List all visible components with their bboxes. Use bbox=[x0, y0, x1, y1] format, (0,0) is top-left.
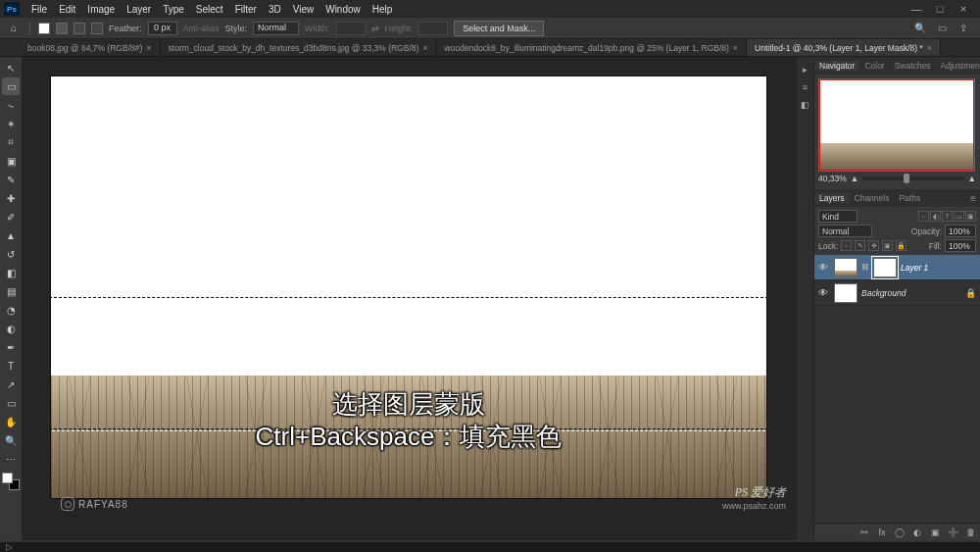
play-button[interactable]: ▷ bbox=[6, 542, 13, 552]
marquee-tool[interactable]: ▭ bbox=[2, 77, 20, 95]
panel-menu-icon[interactable]: ≡ bbox=[966, 193, 980, 204]
menu-filter[interactable]: Filter bbox=[229, 4, 263, 15]
mask-thumbnail[interactable] bbox=[873, 258, 897, 277]
workspace-icon[interactable]: ▭ bbox=[935, 22, 949, 35]
home-icon[interactable]: ⌂ bbox=[6, 22, 22, 35]
eyedropper-tool[interactable]: ✎ bbox=[2, 171, 20, 188]
marquee-mode-subtract[interactable] bbox=[74, 23, 85, 34]
delete-layer-icon[interactable]: 🗑 bbox=[964, 527, 976, 538]
marquee-mode-add[interactable] bbox=[56, 23, 68, 34]
menu-file[interactable]: File bbox=[25, 4, 53, 15]
navigator-thumbnail[interactable] bbox=[818, 78, 975, 172]
adjustment-layer-icon[interactable]: ◐ bbox=[911, 527, 923, 538]
close-icon[interactable]: × bbox=[927, 43, 932, 53]
layer-row[interactable]: 👁⛓Layer 1 bbox=[814, 255, 980, 280]
close-icon[interactable]: × bbox=[422, 43, 427, 53]
panel-tab-paths[interactable]: Paths bbox=[894, 193, 925, 203]
add-mask-icon[interactable]: ◯ bbox=[894, 527, 906, 538]
color-swatches[interactable] bbox=[2, 473, 20, 490]
window-close[interactable]: × bbox=[956, 2, 970, 16]
window-minimize[interactable]: — bbox=[909, 2, 923, 16]
layer-thumbnail[interactable] bbox=[834, 258, 858, 277]
expand-icon[interactable]: ▸ bbox=[799, 63, 812, 76]
layer-kind-dropdown[interactable]: Kind bbox=[818, 210, 858, 223]
style-dropdown[interactable]: Normal bbox=[253, 22, 299, 35]
lock-all-icon[interactable]: 🔒 bbox=[896, 240, 906, 251]
lock-transparent-icon[interactable]: ▫ bbox=[841, 240, 852, 251]
pen-tool[interactable]: ✒ bbox=[2, 338, 20, 356]
visibility-icon[interactable]: 👁 bbox=[818, 287, 830, 298]
filter-smart-icon[interactable]: ▣ bbox=[965, 211, 976, 222]
foreground-color[interactable] bbox=[2, 473, 13, 483]
document-canvas[interactable] bbox=[51, 76, 766, 498]
layer-style-icon[interactable]: fx bbox=[876, 527, 888, 538]
search-icon[interactable]: 🔍 bbox=[913, 22, 927, 35]
document-tab[interactable]: Untitled-1 @ 40,3% (Layer 1, Layer Mask/… bbox=[747, 39, 941, 56]
visibility-icon[interactable]: 👁 bbox=[818, 262, 830, 273]
share-icon[interactable]: ⇪ bbox=[956, 22, 970, 35]
navigator-viewport[interactable] bbox=[819, 79, 974, 171]
menu-3d[interactable]: 3D bbox=[263, 4, 287, 15]
document-tab[interactable]: book08.jpg @ 64,7% (RGB/8#)× bbox=[20, 39, 161, 56]
panel-tab-swatches[interactable]: Swatches bbox=[890, 61, 936, 71]
history-icon[interactable]: ≡ bbox=[799, 80, 812, 94]
shape-tool[interactable]: ▭ bbox=[2, 394, 20, 412]
hand-tool[interactable]: ✋ bbox=[2, 413, 20, 430]
menu-select[interactable]: Select bbox=[190, 4, 229, 15]
menu-edit[interactable]: Edit bbox=[53, 4, 81, 15]
filter-adjust-icon[interactable]: ◐ bbox=[930, 211, 941, 222]
document-tab[interactable]: storm_cloud_stock_by_dh_textures_d3bd8ns… bbox=[161, 39, 437, 56]
close-icon[interactable]: × bbox=[146, 43, 151, 53]
stamp-tool[interactable]: ▲ bbox=[2, 226, 20, 244]
menu-layer[interactable]: Layer bbox=[121, 4, 157, 15]
link-layers-icon[interactable]: ⚯ bbox=[858, 527, 870, 538]
lock-paint-icon[interactable]: ✎ bbox=[855, 240, 865, 251]
panel-tab-navigator[interactable]: Navigator bbox=[814, 61, 859, 71]
crop-tool[interactable]: ⌗ bbox=[2, 133, 20, 151]
blend-mode-dropdown[interactable]: Normal bbox=[818, 225, 872, 237]
menu-help[interactable]: Help bbox=[367, 4, 399, 15]
filter-shape-icon[interactable]: ▭ bbox=[954, 211, 964, 222]
layer-row[interactable]: 👁Background🔒 bbox=[814, 280, 980, 306]
properties-icon[interactable]: ◧ bbox=[799, 98, 812, 112]
edit-toolbar[interactable]: ⋯ bbox=[2, 450, 20, 468]
zoom-in-icon[interactable]: ▲ bbox=[968, 174, 976, 183]
filter-pixel-icon[interactable]: ▫ bbox=[918, 211, 929, 222]
menu-image[interactable]: Image bbox=[81, 4, 121, 15]
filter-type-icon[interactable]: T bbox=[942, 211, 953, 222]
fill-input[interactable]: 100% bbox=[945, 239, 976, 252]
menu-window[interactable]: Window bbox=[319, 4, 367, 15]
move-tool[interactable]: ↖ bbox=[2, 59, 20, 76]
layer-thumbnail[interactable] bbox=[834, 283, 858, 303]
video-progress[interactable] bbox=[0, 540, 980, 542]
type-tool[interactable]: T bbox=[2, 357, 20, 375]
blur-tool[interactable]: ◔ bbox=[2, 301, 20, 319]
opacity-input[interactable]: 100% bbox=[945, 225, 976, 237]
marquee-mode-new[interactable] bbox=[38, 23, 50, 34]
window-maximize[interactable]: □ bbox=[933, 2, 947, 16]
panel-tab-adjustments[interactable]: Adjustments bbox=[936, 61, 980, 71]
layer-name[interactable]: Layer 1 bbox=[901, 263, 928, 273]
new-layer-icon[interactable]: ➕ bbox=[947, 527, 958, 538]
panel-tab-channels[interactable]: Channels bbox=[850, 193, 895, 203]
frame-tool[interactable]: ▣ bbox=[2, 152, 20, 170]
layer-name[interactable]: Background bbox=[861, 288, 906, 298]
dodge-tool[interactable]: ◐ bbox=[2, 320, 20, 337]
new-group-icon[interactable]: ▣ bbox=[929, 527, 941, 538]
document-tab[interactable]: woodendock6_by_illuminatingdreamz_dal19p… bbox=[437, 39, 748, 56]
history-brush-tool[interactable]: ↺ bbox=[2, 245, 20, 263]
marquee-mode-intersect[interactable] bbox=[91, 23, 103, 34]
canvas-area[interactable]: 选择图层蒙版 Ctrl+Backspace：填充黑色 RAFYA88 PS 爱好… bbox=[22, 57, 796, 540]
lock-artboard-icon[interactable]: ▣ bbox=[882, 240, 893, 251]
zoom-tool[interactable]: 🔍 bbox=[2, 431, 20, 449]
zoom-slider[interactable] bbox=[862, 176, 963, 180]
panel-tab-color[interactable]: Color bbox=[859, 61, 889, 71]
quick-select-tool[interactable]: ✶ bbox=[2, 115, 20, 132]
lock-position-icon[interactable]: ✥ bbox=[868, 240, 879, 251]
brush-tool[interactable]: ✐ bbox=[2, 208, 20, 226]
link-icon[interactable]: ⛓ bbox=[861, 263, 869, 272]
select-and-mask-button[interactable]: Select and Mask... bbox=[454, 21, 544, 36]
healing-tool[interactable]: ✚ bbox=[2, 189, 20, 207]
feather-input[interactable]: 0 px bbox=[148, 22, 177, 35]
menu-type[interactable]: Type bbox=[157, 4, 190, 15]
